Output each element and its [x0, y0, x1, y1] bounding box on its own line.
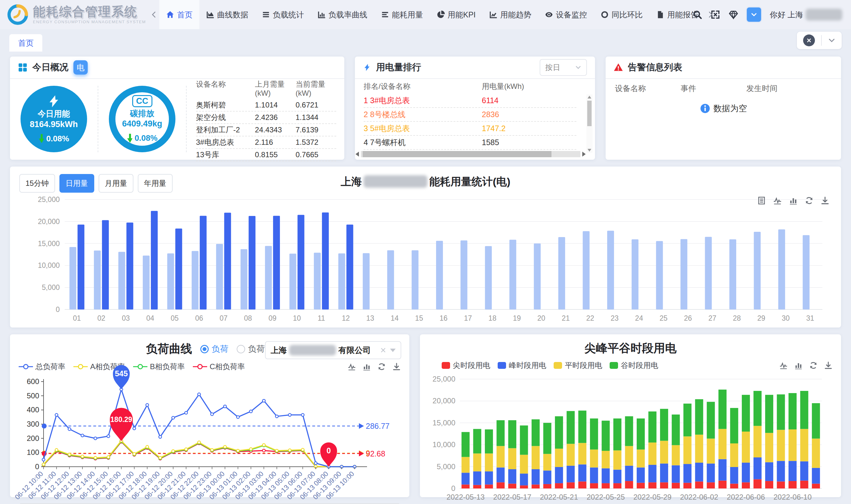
svg-text:0: 0 [327, 446, 331, 455]
svg-text:12: 12 [342, 314, 350, 322]
svg-text:26: 26 [684, 314, 692, 322]
refresh-icon[interactable] [809, 361, 817, 370]
today-overview-card: 今日概况 电 今日用能 8164.95kWh 0.08% CC 碳排放 6409… [10, 57, 344, 160]
energy-bar-chart: 05,00010,00015,00020,00025,0000102030405… [18, 189, 833, 329]
bar-toggle-icon[interactable] [789, 196, 798, 205]
legend-item[interactable]: C相负荷率 [193, 362, 245, 372]
nav-item-yoy[interactable]: 同比环比 [594, 0, 649, 29]
chart-toolbox [758, 196, 829, 205]
chevron-left-icon[interactable] [151, 11, 157, 18]
svg-text:02: 02 [97, 314, 105, 322]
clear-select-icon[interactable] [380, 347, 386, 353]
legend-item[interactable]: 总负荷率 [19, 362, 65, 372]
tou-title: 尖峰平谷时段用电 [427, 339, 834, 358]
nav-item-energy-usage[interactable]: 能耗用量 [374, 0, 430, 29]
download-icon[interactable] [393, 363, 401, 371]
nav-item-monitor[interactable]: 设备监控 [538, 0, 594, 29]
close-all-tabs-button[interactable] [803, 35, 815, 46]
svg-text:22: 22 [586, 314, 594, 322]
bolt-icon [47, 94, 60, 108]
refresh-icon[interactable] [378, 363, 386, 371]
alarm-title: 告警信息列表 [628, 61, 682, 74]
home-icon [166, 11, 174, 19]
svg-text:400: 400 [27, 406, 39, 414]
nav-item-trend[interactable]: 用能趋势 [482, 0, 538, 29]
period-button[interactable]: 日用量 [59, 174, 94, 193]
svg-text:27: 27 [709, 314, 717, 322]
nav-item-load-rate[interactable]: 负载率曲线 [311, 0, 374, 29]
app-subtitle: ENERGY CONSUMPTION MANAGEMENT SYSTEM [33, 20, 146, 24]
nav-item-curve-data[interactable]: 曲线数据 [199, 0, 255, 29]
redacted-company-name [364, 175, 427, 188]
load-rate-icon [317, 11, 326, 19]
legend-item[interactable]: 平时段用电 [554, 360, 602, 371]
period-button[interactable]: 年用量 [138, 174, 173, 193]
bar-toggle-icon[interactable] [363, 363, 371, 371]
tab-home[interactable]: 首页 [9, 34, 42, 52]
ranking-title: 用电量排行 [376, 61, 421, 74]
header-actions: 你好 上海 [689, 7, 851, 22]
period-button[interactable]: 月用量 [99, 174, 134, 193]
trend-icon [489, 11, 497, 19]
period-button[interactable]: 15分钟 [19, 174, 55, 193]
app-logo: 能耗综合管理系统 ENERGY CONSUMPTION MANAGEMENT S… [0, 4, 149, 25]
svg-text:31: 31 [806, 314, 814, 322]
period-button-group: 15分钟日用量月用量年用量 [19, 174, 173, 193]
load-stats-icon [262, 11, 270, 19]
svg-text:0: 0 [451, 484, 455, 492]
load-legend: 总负荷率 A相负荷率 B相负荷率 C相负荷率 [19, 362, 245, 372]
gauge-ring: CC 碳排放 6409.49kg 0.08% [109, 86, 175, 152]
legend-item[interactable]: 尖时段用电 [442, 360, 490, 371]
grid-icon [18, 63, 28, 72]
horizontal-scrollbar[interactable] [355, 150, 586, 158]
electric-badge[interactable]: 电 [73, 60, 88, 75]
overview-title: 今日概况 [32, 61, 68, 74]
svg-text:180.29: 180.29 [110, 415, 132, 424]
info-icon [700, 103, 710, 114]
svg-text:03: 03 [122, 314, 130, 322]
svg-text:20,000: 20,000 [433, 396, 455, 405]
svg-text:28: 28 [733, 314, 741, 322]
svg-text:300: 300 [27, 420, 39, 428]
legend-item[interactable]: B相负荷率 [133, 362, 185, 372]
nav-item-home[interactable]: 首页 [159, 0, 199, 29]
vertical-scrollbar[interactable] [586, 94, 592, 153]
svg-text:25,000: 25,000 [38, 195, 60, 203]
line-toggle-icon[interactable] [348, 363, 356, 371]
bar-toggle-icon[interactable] [794, 361, 802, 370]
svg-text:21: 21 [562, 314, 570, 322]
search-icon[interactable] [693, 10, 702, 19]
user-avatar[interactable] [747, 7, 761, 22]
nav-item-load-stats[interactable]: 负载统计 [255, 0, 311, 29]
legend-item[interactable]: 峰时段用电 [498, 360, 546, 371]
refresh-icon[interactable] [805, 196, 813, 205]
svg-text:17: 17 [464, 314, 472, 322]
data-view-icon[interactable] [758, 196, 766, 205]
legend-item[interactable]: 谷时段用电 [610, 360, 658, 371]
svg-text:04: 04 [146, 314, 154, 322]
decrease-arrow-icon [38, 134, 45, 143]
line-toggle-icon[interactable] [773, 196, 782, 205]
ranking-col-value: 用电量(kWh) [482, 82, 576, 91]
ranking-period-select[interactable]: 按日 [540, 59, 587, 76]
svg-text:286.77: 286.77 [366, 422, 389, 430]
svg-text:09: 09 [268, 314, 277, 322]
decrease-arrow-icon [127, 133, 133, 143]
fullscreen-icon[interactable] [711, 10, 720, 19]
svg-text:10,000: 10,000 [433, 440, 455, 449]
close-icon [806, 38, 812, 43]
report-icon [656, 11, 664, 19]
power-ranking-card: 用电量排行 按日 排名/设备名称 用电量(kWh) 1 3#电房总表 6114 [355, 57, 595, 160]
svg-text:10: 10 [293, 314, 301, 322]
select-caret-icon [390, 349, 396, 352]
download-icon[interactable] [824, 361, 832, 370]
download-icon[interactable] [821, 196, 829, 205]
company-select[interactable]: 上海 有限公司 [265, 341, 401, 359]
line-toggle-icon[interactable] [780, 361, 787, 370]
tabs-menu-chevron-icon[interactable] [828, 37, 835, 44]
radio-load[interactable]: 负荷 [200, 343, 229, 355]
gem-icon[interactable] [729, 10, 738, 19]
tab-tools [797, 32, 842, 49]
alarm-list-card: 告警信息列表 设备名称 事件 发生时间 数据为空 [606, 57, 841, 160]
nav-item-kpi[interactable]: 用能KPI [430, 0, 482, 29]
